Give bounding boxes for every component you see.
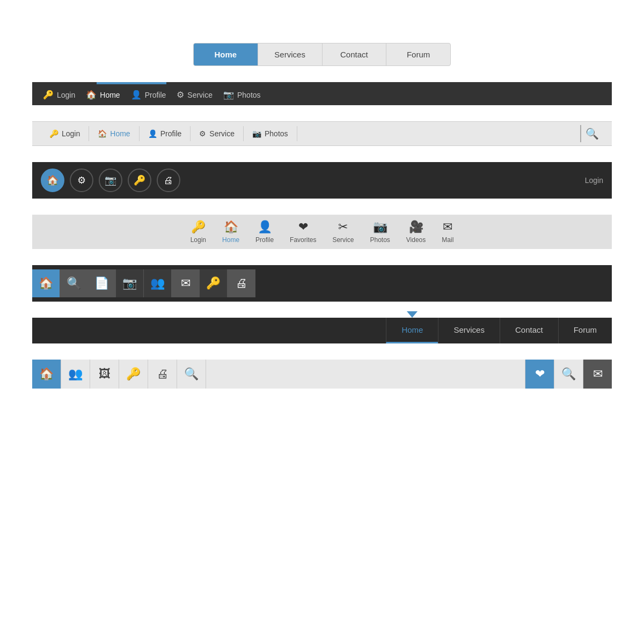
- login-icon-5: 🔑: [191, 220, 206, 234]
- mail-icon-5: ✉: [443, 220, 452, 234]
- nav2-item-service[interactable]: ⚙ Service: [177, 90, 213, 100]
- navbar-1: Home Services Contact Forum: [193, 43, 451, 66]
- service-icon-5: ✂: [338, 220, 348, 234]
- nav6-users-button[interactable]: 👥: [144, 269, 172, 297]
- navbar-7: Home Services Contact Forum: [32, 318, 612, 343]
- nav6-doc-button[interactable]: 📄: [88, 269, 116, 297]
- nav5-item-service[interactable]: ✂ Service: [332, 220, 354, 244]
- nav8-search-right-button[interactable]: 🔍: [554, 360, 583, 389]
- photos-icon: 📷: [223, 90, 234, 100]
- nav3-item-login[interactable]: 🔑 Login: [41, 126, 89, 141]
- nav6-photos-button[interactable]: 📷: [116, 269, 144, 297]
- navbar-4-wrapper: 🏠 ⚙ 📷 🔑 🖨 Login: [32, 162, 612, 199]
- nav3-item-home[interactable]: 🏠 Home: [89, 126, 139, 141]
- nav1-item-contact[interactable]: Contact: [323, 43, 387, 65]
- photos-icon-3: 📷: [252, 129, 261, 138]
- nav4-login-button[interactable]: 🔑: [128, 169, 151, 192]
- profile-icon-3: 👤: [148, 129, 157, 138]
- navbar-8: 🏠 👥 🖼 🔑 🖨 🔍 ❤ 🔍 ✉: [32, 360, 612, 389]
- nav8-right-group: ❤ 🔍 ✉: [525, 360, 612, 389]
- search-button[interactable]: 🔍: [580, 125, 603, 142]
- nav2-item-photos[interactable]: 📷 Photos: [223, 90, 261, 100]
- service-icon: ⚙: [177, 90, 184, 100]
- profile-icon-5: 👤: [258, 220, 272, 234]
- nav5-item-home[interactable]: 🏠 Home: [222, 220, 239, 244]
- videos-icon-5: 🎥: [409, 220, 423, 234]
- nav8-image-button[interactable]: 🖼: [90, 360, 119, 389]
- login-icon: 🔑: [43, 90, 54, 100]
- nav3-item-service[interactable]: ⚙ Service: [191, 126, 244, 141]
- nav6-mail-button[interactable]: ✉: [172, 269, 200, 297]
- navbar-6-wrapper: 🏠 🔍 📄 📷 👥 ✉ 🔑 🖨: [32, 265, 612, 302]
- nav5-item-favorites[interactable]: ❤ Favorites: [290, 220, 316, 244]
- nav6-home-button[interactable]: 🏠: [32, 269, 60, 297]
- nav8-print-button[interactable]: 🖨: [148, 360, 177, 389]
- home-icon-5: 🏠: [224, 220, 238, 234]
- nav5-item-login[interactable]: 🔑 Login: [191, 220, 206, 244]
- nav6-print-button[interactable]: 🖨: [228, 269, 255, 297]
- nav8-favorites-button[interactable]: ❤: [525, 360, 554, 389]
- nav8-mail-button[interactable]: ✉: [583, 360, 612, 389]
- nav7-item-forum[interactable]: Forum: [558, 318, 612, 343]
- nav4-login-label[interactable]: Login: [585, 176, 603, 185]
- nav7-item-contact[interactable]: Contact: [500, 318, 558, 343]
- nav8-key-button[interactable]: 🔑: [119, 360, 148, 389]
- navbar-5-wrapper: 🔑 Login 🏠 Home 👤 Profile ❤ Favorites ✂ S…: [32, 215, 612, 249]
- navbar-2-wrapper: 🔑 Login 🏠 Home 👤 Profile ⚙ Service 📷 Pho…: [32, 82, 612, 105]
- login-icon-3: 🔑: [49, 129, 58, 138]
- nav2-item-login[interactable]: 🔑 Login: [43, 90, 75, 100]
- nav1-item-forum[interactable]: Forum: [386, 43, 450, 65]
- nav1-item-services[interactable]: Services: [258, 43, 323, 65]
- home-icon-3: 🏠: [98, 129, 107, 138]
- nav4-service-button[interactable]: ⚙: [70, 169, 93, 192]
- nav6-search-button[interactable]: 🔍: [60, 269, 88, 297]
- navbar-3-wrapper: 🔑 Login 🏠 Home 👤 Profile ⚙ Service 📷 Pho…: [32, 121, 612, 146]
- nav7-item-home[interactable]: Home: [386, 318, 438, 343]
- navbar-4: 🏠 ⚙ 📷 🔑 🖨 Login: [32, 162, 612, 199]
- navbar-3: 🔑 Login 🏠 Home 👤 Profile ⚙ Service 📷 Pho…: [32, 122, 612, 145]
- nav4-home-button[interactable]: 🏠: [41, 169, 64, 192]
- nav4-icon-group: 🏠 ⚙ 📷 🔑 🖨: [41, 169, 180, 192]
- nav5-item-profile[interactable]: 👤 Profile: [255, 220, 274, 244]
- navbar-1-wrapper: Home Services Contact Forum: [32, 0, 612, 82]
- dropdown-triangle: [407, 311, 418, 318]
- nav2-item-profile[interactable]: 👤 Profile: [131, 90, 166, 100]
- nav8-left-group: 🏠 👥 🖼 🔑 🖨 🔍: [32, 360, 206, 389]
- favorites-icon-5: ❤: [298, 220, 308, 234]
- nav7-item-services[interactable]: Services: [438, 318, 500, 343]
- nav4-photos-button[interactable]: 📷: [99, 169, 122, 192]
- nav5-item-photos[interactable]: 📷 Photos: [370, 220, 390, 244]
- navbar-7-wrapper: Home Services Contact Forum: [32, 318, 612, 343]
- navbar-8-wrapper: 🏠 👥 🖼 🔑 🖨 🔍 ❤ 🔍 ✉: [32, 360, 612, 389]
- nav8-home-button[interactable]: 🏠: [32, 360, 61, 389]
- home-icon: 🏠: [86, 90, 97, 100]
- service-icon-3: ⚙: [199, 129, 206, 138]
- navbar-6: 🏠 🔍 📄 📷 👥 ✉ 🔑 🖨: [32, 265, 612, 302]
- nav4-print-button[interactable]: 🖨: [157, 169, 180, 192]
- navbar-2: 🔑 Login 🏠 Home 👤 Profile ⚙ Service 📷 Pho…: [32, 84, 612, 105]
- profile-icon: 👤: [131, 90, 142, 100]
- nav8-users-button[interactable]: 👥: [61, 360, 90, 389]
- nav1-item-home[interactable]: Home: [194, 43, 258, 65]
- nav5-item-mail[interactable]: ✉ Mail: [442, 220, 453, 244]
- nav3-item-profile[interactable]: 👤 Profile: [140, 126, 191, 141]
- nav6-key-button[interactable]: 🔑: [200, 269, 228, 297]
- photos-icon-5: 📷: [373, 220, 387, 234]
- nav3-item-photos[interactable]: 📷 Photos: [244, 126, 297, 141]
- navbar-5: 🔑 Login 🏠 Home 👤 Profile ❤ Favorites ✂ S…: [32, 215, 612, 249]
- nav5-item-videos[interactable]: 🎥 Videos: [406, 220, 426, 244]
- nav8-search-button[interactable]: 🔍: [177, 360, 206, 389]
- nav2-item-home[interactable]: 🏠 Home: [86, 90, 120, 100]
